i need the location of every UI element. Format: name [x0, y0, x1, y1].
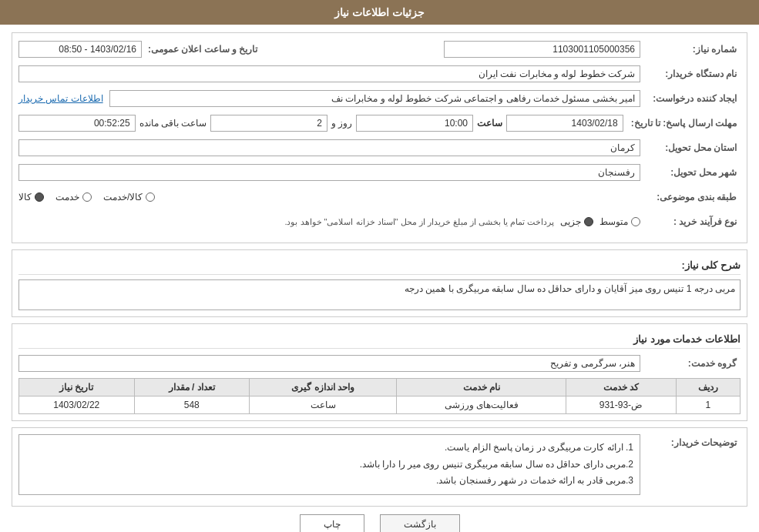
category-option-3: کالا/خدمت — [103, 192, 155, 202]
city-value: رفسنجان — [18, 164, 640, 181]
date-group: تاریخ و ساعت اعلان عمومی: 1403/02/16 - 0… — [18, 41, 257, 58]
service-table: ردیف کد خدمت نام خدمت واحد اندازه گیری ت… — [18, 378, 741, 414]
cell-unit: ساعت — [249, 396, 396, 414]
deadline-day-label: روز و — [331, 118, 352, 129]
category-radio-2[interactable] — [82, 192, 92, 202]
category-option-1: کالا — [18, 192, 44, 202]
deadline-remain: 00:52:25 — [18, 115, 136, 132]
cell-row: 1 — [676, 396, 740, 414]
city-row: شهر محل تحویل: رفسنجان — [18, 162, 741, 182]
cell-code: ض-93-931 — [566, 396, 676, 414]
deadline-date: 1403/02/18 — [506, 115, 623, 132]
category-radio-3[interactable] — [146, 192, 155, 202]
creator-value: امیر بخشی مسئول خدمات رفاهی و اجتماعی شر… — [109, 90, 640, 107]
request-number-row: شماره نیاز: 1103001105000356 تاریخ و ساع… — [18, 39, 741, 59]
category-option-2: خدمت — [55, 192, 92, 202]
deadline-time-label: ساعت — [477, 118, 502, 129]
buyer-notes-row: توضیحات خریدار: 1. ارائه کارت مربیگری در… — [18, 434, 741, 495]
province-row: استان محل تحویل: کرمان — [18, 138, 741, 158]
service-group-row: گروه خدمت: هنر، سرگرمی و تفریح — [18, 353, 741, 373]
process-group: متوسط جزیی پرداخت تمام یا بخشی از مبلغ خ… — [18, 216, 640, 227]
buyer-value: شرکت خطوط لوله و مخابرات نفت ایران — [18, 65, 640, 82]
col-header-quantity: تعداد / مقدار — [134, 379, 249, 396]
cell-quantity: 548 — [134, 396, 249, 414]
city-label: شهر محل تحویل: — [640, 167, 741, 178]
print-button[interactable]: چاپ — [300, 514, 364, 532]
need-description-title: شرح کلی نیاز: — [18, 256, 741, 275]
col-header-date: تاریخ نیاز — [19, 379, 135, 396]
col-header-name: نام خدمت — [397, 379, 566, 396]
main-content: شماره نیاز: 1103001105000356 تاریخ و ساع… — [0, 25, 759, 532]
deadline-remain-label: ساعت باقی مانده — [139, 118, 207, 129]
date-value: 1403/02/16 - 08:50 — [18, 41, 142, 58]
buyer-notes-section: توضیحات خریدار: 1. ارائه کارت مربیگری در… — [12, 427, 747, 507]
need-description-value: مربی درجه 1 تنیس روی میز آقایان و دارای … — [18, 279, 741, 310]
request-number-value: 1103001105000356 — [444, 41, 640, 58]
deadline-row: مهلت ارسال پاسخ: تا تاریخ: 1403/02/18 سا… — [18, 113, 741, 133]
category-radio-1[interactable] — [35, 192, 44, 202]
deadline-day: 2 — [210, 115, 327, 132]
category-label: طبقه بندی موضوعی: — [640, 192, 741, 202]
col-header-unit: واحد اندازه گیری — [249, 379, 396, 396]
service-info-section: اطلاعات خدمات مورد نیاز گروه خدمت: هنر، … — [12, 323, 747, 421]
process-label: نوع فرآیند خرید : — [640, 216, 741, 227]
province-label: استان محل تحویل: — [640, 142, 741, 153]
creator-row: ایجاد کننده درخواست: امیر بخشی مسئول خدم… — [18, 89, 741, 109]
service-group-value: هنر، سرگرمی و تفریح — [18, 355, 640, 372]
creator-label: ایجاد کننده درخواست: — [640, 93, 741, 104]
creator-link[interactable]: اطلاعات تماس خریدار — [18, 93, 103, 104]
buyer-label: نام دستگاه خریدار: — [640, 69, 741, 79]
page-container: جزئیات اطلاعات نیاز شماره نیاز: 11030011… — [0, 0, 759, 532]
category-row: طبقه بندی موضوعی: کالا/خدمت خدمت کالا — [18, 187, 741, 207]
page-title: جزئیات اطلاعات نیاز — [334, 6, 425, 18]
deadline-time: 10:00 — [356, 115, 473, 132]
buyer-row: نام دستگاه خریدار: شرکت خطوط لوله و مخاب… — [18, 64, 741, 84]
need-description-section: شرح کلی نیاز: مربی درجه 1 تنیس روی میز آ… — [12, 249, 747, 317]
page-header: جزئیات اطلاعات نیاز — [0, 0, 759, 25]
button-group: بازگشت چاپ — [12, 514, 747, 532]
category-radio-group: کالا/خدمت خدمت کالا — [18, 192, 640, 202]
service-info-title: اطلاعات خدمات مورد نیاز — [18, 330, 741, 349]
date-label: تاریخ و ساعت اعلان عمومی: — [148, 44, 257, 55]
province-value: کرمان — [18, 139, 640, 156]
deadline-label: مهلت ارسال پاسخ: تا تاریخ: — [623, 118, 741, 129]
process-radio-partial[interactable] — [631, 217, 640, 226]
back-button[interactable]: بازگشت — [380, 514, 460, 532]
service-group-label: گروه خدمت: — [640, 358, 741, 369]
cell-name: فعالیت‌های ورزشی — [397, 396, 566, 414]
process-option-detail: جزیی — [560, 216, 593, 227]
request-number-label: شماره نیاز: — [640, 44, 741, 55]
cell-date: 1403/02/22 — [19, 396, 135, 414]
col-header-row: ردیف — [676, 379, 740, 396]
col-header-code: کد خدمت — [566, 379, 676, 396]
process-row: نوع فرآیند خرید : متوسط جزیی پرداخت تمام… — [18, 212, 741, 232]
process-option-partial: متوسط — [599, 216, 640, 227]
table-row: 1ض-93-931فعالیت‌های ورزشیساعت5481403/02/… — [19, 396, 741, 414]
buyer-notes-value: 1. ارائه کارت مربیگری در زمان پاسخ الزام… — [18, 434, 640, 495]
process-radio-detail[interactable] — [584, 217, 593, 226]
process-text: پرداخت تمام یا بخشی از مبلغ خریدار از مح… — [284, 217, 554, 227]
buyer-notes-label: توضیحات خریدار: — [640, 434, 741, 448]
form-section-main: شماره نیاز: 1103001105000356 تاریخ و ساع… — [12, 32, 747, 243]
